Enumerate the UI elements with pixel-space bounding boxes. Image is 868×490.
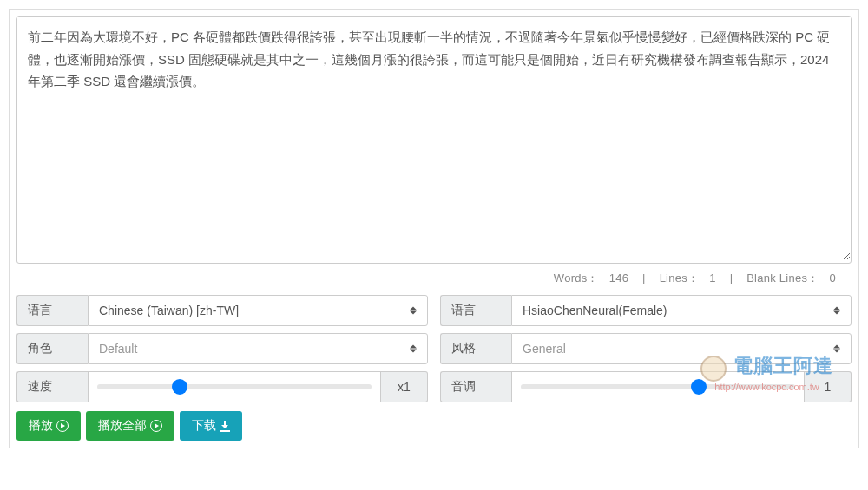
speed-thumb[interactable] bbox=[172, 379, 187, 395]
chevron-sort-icon bbox=[410, 345, 417, 353]
text-stats: Words：146 | Lines：1 | Blank Lines：0 bbox=[16, 267, 852, 295]
speed-slider-wrap bbox=[88, 371, 381, 402]
play-label: 播放 bbox=[29, 418, 53, 434]
language-value: Chinese (Taiwan) [zh-TW] bbox=[99, 304, 239, 317]
voice-value: HsiaoChenNeural(Female) bbox=[523, 304, 667, 317]
download-icon bbox=[220, 421, 230, 431]
download-button[interactable]: 下载 bbox=[180, 411, 242, 441]
language-select[interactable]: Chinese (Taiwan) [zh-TW] bbox=[88, 295, 428, 326]
text-input-wrap bbox=[16, 16, 852, 264]
voice-select[interactable]: HsiaoChenNeural(Female) bbox=[511, 295, 852, 326]
language-row: 语言 Chinese (Taiwan) [zh-TW] bbox=[16, 295, 428, 326]
speed-value: x1 bbox=[381, 371, 428, 402]
play-all-label: 播放全部 bbox=[98, 418, 147, 434]
words-label: Words：146 bbox=[543, 271, 639, 284]
pitch-thumb[interactable] bbox=[691, 379, 707, 395]
pitch-row: 音调 1 bbox=[440, 371, 852, 402]
text-input[interactable] bbox=[17, 17, 851, 260]
style-row: 风格 General bbox=[440, 333, 852, 364]
pitch-label: 音调 bbox=[440, 371, 511, 402]
pitch-slider-wrap bbox=[511, 371, 805, 402]
right-column: 语言 HsiaoChenNeural(Female) 风格 General 音调 bbox=[440, 295, 852, 402]
pitch-value: 1 bbox=[805, 371, 852, 402]
chevron-sort-icon bbox=[410, 307, 417, 315]
speed-row: 速度 x1 bbox=[16, 371, 428, 402]
lines-label: Lines：1 bbox=[649, 271, 727, 284]
chevron-sort-icon bbox=[833, 345, 840, 353]
download-label: 下载 bbox=[192, 418, 216, 434]
chevron-sort-icon bbox=[833, 307, 840, 315]
language-label: 语言 bbox=[16, 295, 88, 326]
speed-slider[interactable] bbox=[97, 384, 372, 389]
app-panel: Words：146 | Lines：1 | Blank Lines：0 语言 C… bbox=[9, 9, 859, 448]
controls-grid: 语言 Chinese (Taiwan) [zh-TW] 角色 Default 速… bbox=[16, 295, 852, 402]
speed-label: 速度 bbox=[16, 371, 88, 402]
voice-row: 语言 HsiaoChenNeural(Female) bbox=[440, 295, 852, 326]
style-value: General bbox=[523, 342, 566, 356]
style-select[interactable]: General bbox=[511, 333, 852, 364]
left-column: 语言 Chinese (Taiwan) [zh-TW] 角色 Default 速… bbox=[16, 295, 428, 402]
action-buttons: 播放 播放全部 下载 bbox=[16, 411, 852, 441]
play-icon bbox=[150, 420, 162, 432]
blank-lines-label: Blank Lines：0 bbox=[736, 271, 846, 284]
play-all-button[interactable]: 播放全部 bbox=[86, 411, 174, 441]
role-label: 角色 bbox=[16, 333, 88, 364]
voice-label: 语言 bbox=[440, 295, 511, 326]
role-select[interactable]: Default bbox=[88, 333, 428, 364]
role-row: 角色 Default bbox=[16, 333, 428, 364]
play-icon bbox=[56, 420, 69, 432]
play-button[interactable]: 播放 bbox=[16, 411, 81, 441]
pitch-slider[interactable] bbox=[521, 384, 795, 389]
role-value: Default bbox=[99, 342, 137, 356]
style-label: 风格 bbox=[440, 333, 511, 364]
